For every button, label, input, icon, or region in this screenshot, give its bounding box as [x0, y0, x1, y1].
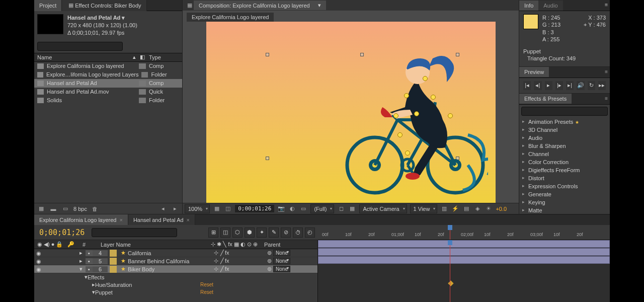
next-frame-button[interactable]: |▸ — [555, 81, 563, 90]
trash-icon[interactable]: 🗑 — [91, 205, 99, 213]
effect-category[interactable]: Blur & Sharpen — [521, 142, 608, 150]
scroll-left-icon[interactable]: ◂ — [159, 205, 167, 213]
label-color[interactable] — [110, 266, 117, 273]
tool-btn[interactable]: ⊞ — [208, 228, 218, 238]
effect-category[interactable]: Matte — [521, 206, 608, 214]
effects-search-input[interactable] — [521, 107, 608, 116]
camera-dropdown[interactable]: Active Camera — [359, 204, 407, 213]
reset-exposure-icon[interactable]: ☀ — [485, 205, 493, 213]
layer-bar[interactable] — [318, 240, 610, 248]
visibility-toggle[interactable]: ◉ — [36, 250, 42, 256]
tab-effects-presets[interactable]: Effects & Presets — [519, 94, 572, 104]
effects-group[interactable]: Effects — [88, 274, 104, 280]
view-dropdown[interactable]: 1 View — [410, 204, 438, 213]
parent-dropdown[interactable]: None — [273, 258, 290, 264]
reset-link[interactable]: Reset — [200, 282, 213, 287]
col-name[interactable]: Name — [37, 54, 133, 60]
project-item[interactable]: Explore…lifornia Logo layered LayersFold… — [34, 70, 182, 79]
visibility-toggle[interactable]: ◉ — [36, 258, 42, 264]
roi-icon[interactable]: ◻ — [337, 205, 345, 213]
snapshot-icon[interactable]: 📷 — [277, 205, 285, 213]
composition-viewer[interactable] — [183, 22, 519, 203]
tool-btn[interactable]: ⬡ — [232, 228, 243, 238]
tool-btn[interactable]: ⏱ — [293, 228, 303, 238]
grid-icon[interactable]: ▦ — [213, 205, 221, 213]
project-item[interactable]: Explore California Logo layeredComp — [34, 62, 182, 70]
tool-btn[interactable]: ⬢ — [245, 228, 255, 238]
effect-category[interactable]: Color Correction — [521, 158, 608, 166]
sort-icon[interactable]: ▴ — [133, 54, 136, 60]
flowchart-icon[interactable]: ◈ — [473, 205, 481, 213]
keyframe[interactable] — [448, 280, 453, 286]
effect-category[interactable]: Animation Presets — [521, 118, 608, 126]
pickwhip-icon[interactable]: ⊚ — [267, 258, 272, 264]
puppet-pin[interactable] — [431, 95, 436, 100]
label-color[interactable] — [110, 250, 117, 257]
pickwhip-icon[interactable]: ⊚ — [267, 250, 272, 256]
project-item[interactable]: Hansel and Petal Ad.movQuick — [34, 88, 182, 96]
prev-frame-button[interactable]: ◂| — [534, 81, 541, 90]
timeline-layer-row[interactable]: ◉▸▪5★Banner Behind California⊹╱fx⊚ None — [34, 257, 317, 265]
first-frame-button[interactable]: |◂ — [523, 81, 531, 90]
current-time[interactable]: 0;00;01;26 — [235, 205, 274, 212]
mute-button[interactable]: 🔊 — [577, 81, 584, 90]
region-icon[interactable]: ▭ — [299, 205, 307, 213]
composition-tab[interactable]: Composition: Explore California Logo lay… — [194, 1, 326, 10]
loop-button[interactable]: ↻ — [588, 81, 595, 90]
visibility-toggle[interactable]: ◉ — [36, 266, 42, 272]
play-button[interactable]: ▸ — [545, 81, 552, 90]
zoom-dropdown[interactable]: 100% — [185, 204, 210, 213]
tab-info[interactable]: Info — [519, 1, 538, 11]
project-item[interactable]: Hansel and Petal AdComp — [34, 79, 182, 88]
tool-btn[interactable]: ⊘ — [281, 228, 291, 238]
resolution-dropdown[interactable]: (Full) — [310, 204, 334, 213]
label-color[interactable] — [110, 258, 117, 265]
puppet-pin[interactable] — [405, 150, 410, 156]
timeline-tab-1[interactable]: Explore California Logo layered× — [34, 214, 128, 225]
current-time-display[interactable]: 0;00;01;26 — [34, 228, 90, 237]
effect-category[interactable]: Audio — [521, 134, 608, 142]
panel-menu-icon[interactable]: ≡ — [605, 69, 608, 74]
tool-btn[interactable]: ✎ — [269, 228, 279, 238]
col-label-icon[interactable]: ◧ — [140, 54, 149, 60]
folder-icon[interactable]: ▬ — [49, 205, 57, 213]
close-icon[interactable]: × — [119, 217, 122, 223]
tab-preview[interactable]: Preview — [519, 67, 549, 77]
tab-project[interactable]: Project — [34, 0, 62, 11]
col-layer-name[interactable]: Layer Name — [90, 242, 209, 248]
fx-puppet[interactable]: Puppet — [95, 289, 113, 295]
close-icon[interactable]: × — [187, 217, 190, 223]
parent-dropdown[interactable]: None — [273, 266, 290, 272]
channel-icon[interactable]: ◐ — [288, 205, 296, 213]
effect-category[interactable]: Channel — [521, 150, 608, 158]
comp-icon[interactable]: ▭ — [61, 205, 69, 213]
puppet-pin[interactable] — [404, 93, 409, 98]
tool-btn[interactable]: ◫ — [220, 228, 230, 238]
effect-category[interactable]: Generate — [521, 190, 608, 198]
playhead[interactable] — [450, 225, 450, 240]
effect-category[interactable]: Keying — [521, 198, 608, 206]
mask-icon[interactable]: ◫ — [224, 205, 232, 213]
interpret-icon[interactable]: ▦ — [37, 205, 45, 213]
timeline-search-input[interactable] — [92, 228, 177, 237]
exposure-value[interactable]: +0.0 — [496, 206, 507, 212]
tab-effect-controls[interactable]: ▦ Effect Controls: Biker Body — [62, 0, 146, 11]
puppet-pin[interactable] — [448, 113, 453, 118]
timeline-icon[interactable]: ▤ — [462, 205, 470, 213]
tool-btn[interactable]: ◴ — [305, 228, 315, 238]
fx-hue-saturation[interactable]: Hue/Saturation — [95, 282, 132, 288]
timeline-layer-row[interactable]: ◉▸▪4★California⊹╱fx⊚ None — [34, 249, 317, 257]
scroll-right-icon[interactable]: ▸ — [171, 205, 179, 213]
project-search-input[interactable] — [37, 42, 123, 51]
effect-category[interactable]: 3D Channel — [521, 126, 608, 134]
panel-menu-icon[interactable]: ≡ — [605, 2, 608, 8]
pickwhip-icon[interactable]: ⊚ — [267, 266, 272, 272]
puppet-pin[interactable] — [423, 76, 428, 81]
project-item[interactable]: SolidsFolder — [34, 96, 182, 105]
pixel-aspect-icon[interactable]: ▥ — [440, 205, 448, 213]
parent-dropdown[interactable]: None — [273, 250, 290, 256]
col-parent[interactable]: Parent — [264, 242, 314, 248]
ram-preview-button[interactable]: ▸▸ — [598, 81, 606, 90]
tab-audio[interactable]: Audio — [538, 1, 562, 11]
fast-preview-icon[interactable]: ⚡ — [451, 205, 459, 213]
